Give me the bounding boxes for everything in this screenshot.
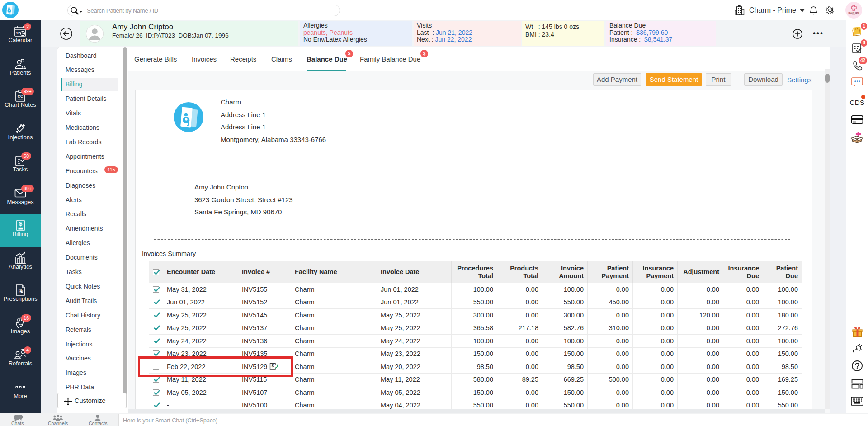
svg-text:CC: CC	[18, 94, 23, 99]
svg-text:HEALTH CARE: HEALTH CARE	[848, 12, 859, 14]
svg-text:12: 12	[16, 31, 20, 35]
svg-text:CLINIC: CLINIC	[852, 14, 855, 15]
svg-text:$: $	[19, 220, 23, 227]
svg-text:R: R	[19, 288, 22, 293]
